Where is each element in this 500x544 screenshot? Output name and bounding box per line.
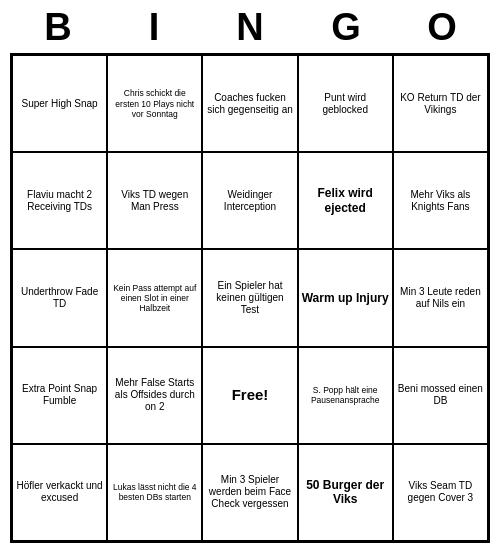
bingo-cell-19: Beni mossed einen DB xyxy=(393,347,488,444)
bingo-cell-4: KO Return TD der Vikings xyxy=(393,55,488,152)
bingo-cell-1: Chris schickt die ersten 10 Plays nicht … xyxy=(107,55,202,152)
bingo-cell-12: Ein Spieler hat keinen gültigen Test xyxy=(202,249,297,346)
bingo-cell-8: Felix wird ejected xyxy=(298,152,393,249)
bingo-cell-2: Coaches fucken sich gegenseitig an xyxy=(202,55,297,152)
bingo-cell-15: Extra Point Snap Fumble xyxy=(12,347,107,444)
bingo-cell-10: Underthrow Fade TD xyxy=(12,249,107,346)
title-o: O xyxy=(402,6,482,49)
bingo-cell-16: Mehr False Starts als Offsides durch on … xyxy=(107,347,202,444)
bingo-cell-5: Flaviu macht 2 Receiving TDs xyxy=(12,152,107,249)
bingo-title: B I N G O xyxy=(10,0,490,53)
bingo-grid: Super High SnapChris schickt die ersten … xyxy=(10,53,490,543)
bingo-cell-9: Mehr Viks als Knights Fans xyxy=(393,152,488,249)
title-b: B xyxy=(18,6,98,49)
bingo-cell-11: Kein Pass attempt auf einen Slot in eine… xyxy=(107,249,202,346)
bingo-cell-13: Warm up Injury xyxy=(298,249,393,346)
bingo-cell-21: Lukas lässt nicht die 4 besten DBs start… xyxy=(107,444,202,541)
bingo-cell-0: Super High Snap xyxy=(12,55,107,152)
title-g: G xyxy=(306,6,386,49)
title-n: N xyxy=(210,6,290,49)
bingo-cell-17: Free! xyxy=(202,347,297,444)
bingo-cell-18: S. Popp hält eine Pausenansprache xyxy=(298,347,393,444)
bingo-cell-23: 50 Burger der Viks xyxy=(298,444,393,541)
title-i: I xyxy=(114,6,194,49)
bingo-cell-7: Weidinger Interception xyxy=(202,152,297,249)
bingo-cell-3: Punt wird geblocked xyxy=(298,55,393,152)
bingo-cell-14: Min 3 Leute reden auf Nils ein xyxy=(393,249,488,346)
bingo-cell-6: Viks TD wegen Man Press xyxy=(107,152,202,249)
bingo-cell-22: Min 3 Spieler werden beim Face Check ver… xyxy=(202,444,297,541)
bingo-cell-20: Höfler verkackt und excused xyxy=(12,444,107,541)
bingo-cell-24: Viks Seam TD gegen Cover 3 xyxy=(393,444,488,541)
